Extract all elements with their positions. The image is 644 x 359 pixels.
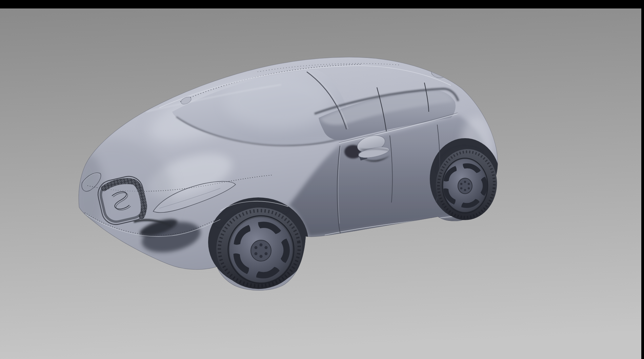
windshield-highlight <box>224 75 332 129</box>
viewport-canvas[interactable] <box>0 8 641 359</box>
rear-hub <box>458 178 472 194</box>
front-hub <box>251 240 271 261</box>
right-frame-bar <box>641 0 644 359</box>
application-window <box>0 0 644 359</box>
top-frame-bar <box>0 0 644 8</box>
